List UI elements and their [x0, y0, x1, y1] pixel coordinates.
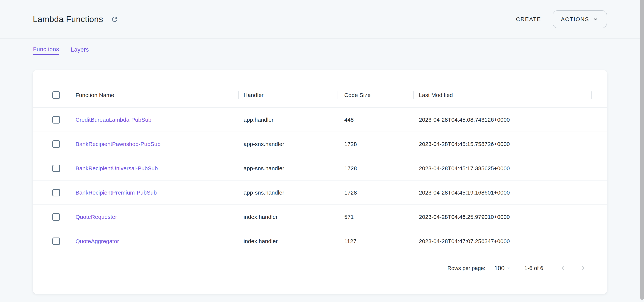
tab-layers[interactable]: Layers	[71, 46, 89, 54]
actions-button-label: ACTIONS	[561, 16, 589, 23]
previous-page-button[interactable]	[558, 263, 568, 273]
code-size-cell: 571	[344, 214, 354, 220]
functions-table-card: Function Name Handler Code Size Last Mod…	[33, 70, 607, 294]
table-row: QuoteAggregator index.handler 1127 2023-…	[33, 229, 607, 253]
row-checkbox[interactable]	[52, 116, 60, 123]
row-checkbox[interactable]	[52, 189, 60, 196]
function-name-link[interactable]: BankRecipientUniversal-PubSub	[76, 165, 158, 172]
code-size-cell: 1728	[344, 141, 357, 147]
row-checkbox[interactable]	[52, 140, 60, 148]
table-row: QuoteRequester index.handler 571 2023-04…	[33, 205, 607, 229]
tab-bar: Functions Layers	[0, 39, 644, 62]
refresh-icon	[111, 15, 118, 23]
last-modified-cell: 2023-04-28T04:46:25.979010+0000	[419, 214, 510, 220]
actions-button[interactable]: ACTIONS	[552, 10, 607, 28]
code-size-cell: 448	[344, 117, 354, 123]
content-area: Function Name Handler Code Size Last Mod…	[0, 62, 644, 302]
pagination-range-label: 1-6 of 6	[524, 265, 543, 271]
table-row: CreditBureauLambda-PubSub app.handler 44…	[33, 108, 607, 132]
column-resize-handle[interactable]	[413, 91, 414, 99]
last-modified-cell: 2023-04-28T04:45:15.758726+0000	[419, 141, 510, 147]
last-modified-cell: 2023-04-28T04:45:17.385625+0000	[419, 165, 510, 172]
function-name-link[interactable]: QuoteAggregator	[76, 238, 119, 244]
handler-cell: app-sns.handler	[244, 165, 284, 172]
table-row: BankRecipientPremium-PubSub app-sns.hand…	[33, 181, 607, 205]
vertical-scrollbar[interactable]	[640, 0, 644, 300]
function-name-link[interactable]: BankRecipientPremium-PubSub	[76, 190, 157, 196]
function-name-link[interactable]: CreditBureauLambda-PubSub	[76, 117, 152, 123]
chevron-right-icon	[579, 264, 587, 272]
last-modified-cell: 2023-04-28T04:45:08.743126+0000	[419, 117, 510, 123]
table-row: BankRecipientUniversal-PubSub app-sns.ha…	[33, 156, 607, 181]
last-modified-cell: 2023-04-28T04:45:19.168601+0000	[419, 190, 510, 196]
chevron-down-icon	[592, 16, 599, 23]
handler-cell: index.handler	[244, 238, 278, 244]
handler-cell: app-sns.handler	[244, 190, 284, 196]
table-row: BankRecipientPawnshop-PubSub app-sns.han…	[33, 132, 607, 156]
next-page-button[interactable]	[578, 263, 588, 273]
select-all-checkbox[interactable]	[52, 91, 60, 99]
code-size-cell: 1127	[344, 238, 356, 244]
column-header-function-name: Function Name	[76, 92, 114, 98]
function-name-link[interactable]: QuoteRequester	[76, 214, 117, 220]
row-checkbox[interactable]	[52, 213, 60, 221]
table-header-row: Function Name Handler Code Size Last Mod…	[33, 70, 607, 108]
refresh-button[interactable]	[110, 14, 120, 24]
handler-cell: app-sns.handler	[244, 141, 284, 147]
column-resize-handle[interactable]	[592, 91, 592, 99]
column-resize-handle[interactable]	[238, 91, 239, 99]
handler-cell: index.handler	[244, 214, 278, 220]
last-modified-cell: 2023-04-28T04:47:07.256347+0000	[419, 238, 510, 244]
row-checkbox[interactable]	[52, 165, 60, 172]
rows-per-page-label: Rows per page:	[448, 265, 485, 271]
rows-per-page-value: 100	[494, 265, 504, 272]
column-header-last-modified: Last Modified	[419, 92, 453, 98]
rows-per-page-select[interactable]: 100	[494, 265, 512, 272]
chevron-left-icon	[559, 264, 567, 272]
page-title: Lambda Functions	[33, 14, 103, 24]
arrow-dropdown-icon	[504, 265, 512, 272]
column-header-code-size: Code Size	[344, 92, 370, 98]
function-name-link[interactable]: BankRecipientPawnshop-PubSub	[76, 141, 160, 147]
code-size-cell: 1728	[344, 190, 357, 196]
table-pagination: Rows per page: 100 1-6 of 6	[33, 256, 607, 280]
row-checkbox[interactable]	[52, 238, 60, 245]
tab-functions[interactable]: Functions	[33, 46, 59, 55]
column-resize-handle[interactable]	[66, 91, 66, 99]
create-button[interactable]: CREATE	[516, 16, 541, 23]
column-header-handler: Handler	[244, 92, 264, 98]
top-bar: Lambda Functions CREATE ACTIONS	[0, 0, 644, 39]
column-resize-handle[interactable]	[338, 91, 338, 99]
handler-cell: app.handler	[244, 117, 274, 123]
code-size-cell: 1728	[344, 165, 357, 172]
